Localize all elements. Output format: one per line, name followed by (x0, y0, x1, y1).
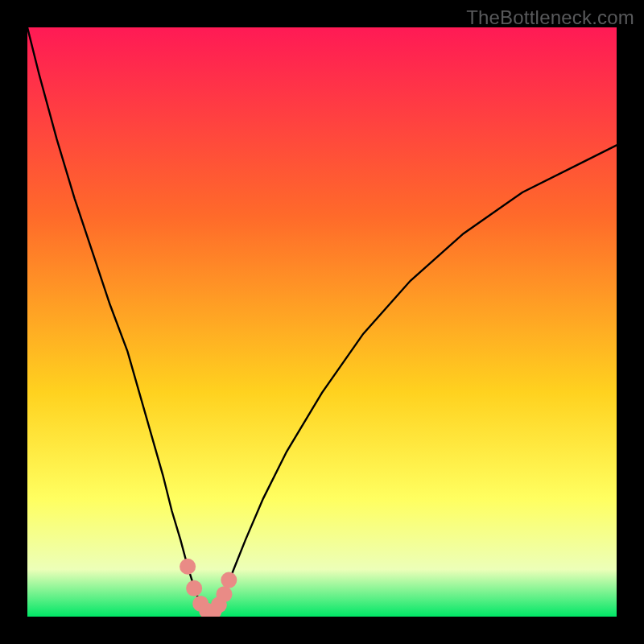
curve-marker (180, 559, 196, 575)
curve-marker (186, 580, 202, 597)
curve-marker (221, 572, 237, 588)
plot-svg (27, 27, 617, 617)
watermark-text: TheBottleneck.com (466, 6, 634, 29)
chart-frame: TheBottleneck.com (0, 0, 644, 644)
plot-area (27, 27, 617, 617)
curve-marker (216, 586, 232, 602)
